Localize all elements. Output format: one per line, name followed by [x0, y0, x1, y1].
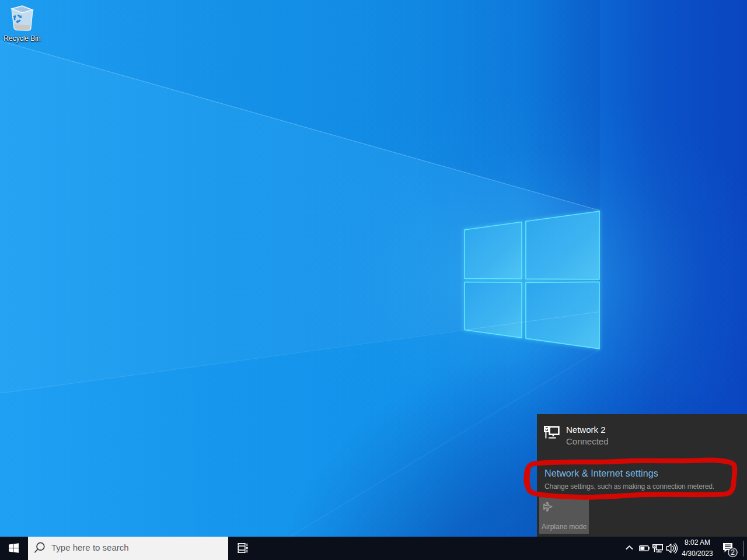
svg-text:2: 2: [731, 548, 735, 556]
